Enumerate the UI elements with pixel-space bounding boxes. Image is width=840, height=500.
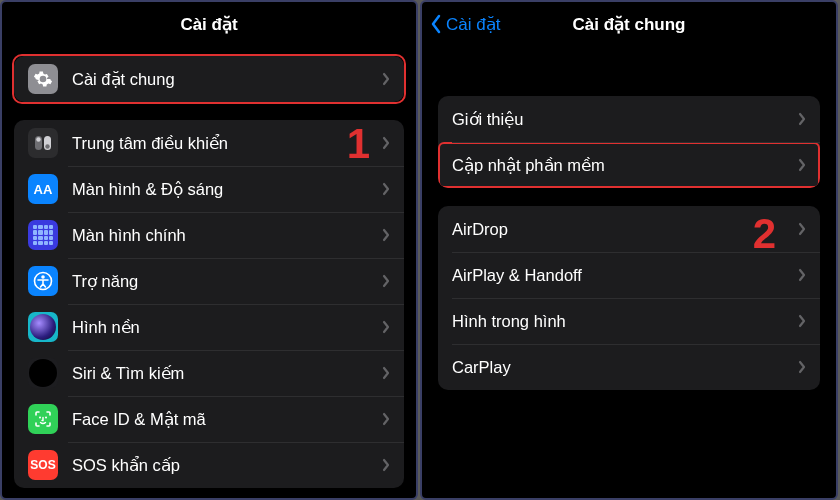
row-wallpaper[interactable]: Hình nền bbox=[14, 304, 404, 350]
access-icon bbox=[28, 266, 58, 296]
row-carplay[interactable]: CarPlay bbox=[438, 344, 820, 390]
chevron-right-icon bbox=[798, 314, 806, 328]
settings-list: Cài đặt chungTrung tâm điều khiểnAAMàn h… bbox=[2, 46, 416, 498]
settings-screen: Cài đặt Cài đặt chungTrung tâm điều khiể… bbox=[0, 0, 418, 500]
chevron-right-icon bbox=[382, 228, 390, 242]
chevron-left-icon bbox=[430, 14, 442, 34]
row-display[interactable]: AAMàn hình & Độ sáng bbox=[14, 166, 404, 212]
row-general[interactable]: Cài đặt chung bbox=[14, 56, 404, 102]
svg-point-3 bbox=[45, 144, 49, 148]
display-icon: AA bbox=[28, 174, 58, 204]
chevron-right-icon bbox=[798, 268, 806, 282]
home-icon bbox=[28, 220, 58, 250]
row-siri[interactable]: Siri & Tìm kiếm bbox=[14, 350, 404, 396]
row-label: Hình trong hình bbox=[452, 312, 798, 331]
row-label: AirPlay & Handoff bbox=[452, 266, 798, 285]
row-label: Màn hình chính bbox=[72, 226, 382, 245]
chevron-right-icon bbox=[382, 182, 390, 196]
row-label: Giới thiệu bbox=[452, 110, 798, 129]
row-label: Màn hình & Độ sáng bbox=[72, 180, 382, 199]
row-airplay[interactable]: AirPlay & Handoff bbox=[438, 252, 820, 298]
svg-point-7 bbox=[45, 417, 47, 419]
chevron-right-icon bbox=[382, 320, 390, 334]
row-pip[interactable]: Hình trong hình bbox=[438, 298, 820, 344]
chevron-right-icon bbox=[382, 274, 390, 288]
chevron-right-icon bbox=[798, 112, 806, 126]
general-group: AirDropAirPlay & HandoffHình trong hìnhC… bbox=[438, 206, 820, 390]
control-icon bbox=[28, 128, 58, 158]
row-about[interactable]: Giới thiệu bbox=[438, 96, 820, 142]
back-label: Cài đặt bbox=[446, 14, 500, 35]
general-group: Giới thiệuCập nhật phần mềm bbox=[438, 96, 820, 188]
row-label: Siri & Tìm kiếm bbox=[72, 364, 382, 383]
row-label: Hình nền bbox=[72, 318, 382, 337]
row-airdrop[interactable]: AirDrop bbox=[438, 206, 820, 252]
face-icon bbox=[28, 404, 58, 434]
sos-icon: SOS bbox=[28, 450, 58, 480]
page-title: Cài đặt chung bbox=[573, 14, 686, 35]
page-title: Cài đặt bbox=[180, 14, 237, 35]
row-home-screen[interactable]: Màn hình chính bbox=[14, 212, 404, 258]
chevron-right-icon bbox=[798, 360, 806, 374]
row-label: CarPlay bbox=[452, 358, 798, 377]
chevron-right-icon bbox=[798, 158, 806, 172]
wall-icon bbox=[28, 312, 58, 342]
general-icon bbox=[28, 64, 58, 94]
row-sos[interactable]: SOSSOS khẩn cấp bbox=[14, 442, 404, 488]
row-label: Face ID & Mật mã bbox=[72, 410, 382, 429]
highlight-box: Cài đặt chung bbox=[12, 54, 406, 104]
row-control-center[interactable]: Trung tâm điều khiển bbox=[14, 120, 404, 166]
chevron-right-icon bbox=[382, 412, 390, 426]
row-label: Cập nhật phần mềm bbox=[452, 156, 798, 175]
header: Cài đặt bbox=[2, 2, 416, 46]
chevron-right-icon bbox=[382, 72, 390, 86]
back-button[interactable]: Cài đặt bbox=[430, 2, 500, 46]
settings-group: Trung tâm điều khiểnAAMàn hình & Độ sáng… bbox=[14, 120, 404, 488]
row-faceid[interactable]: Face ID & Mật mã bbox=[14, 396, 404, 442]
svg-point-5 bbox=[41, 275, 45, 279]
chevron-right-icon bbox=[382, 136, 390, 150]
header: Cài đặt Cài đặt chung bbox=[422, 2, 836, 46]
svg-point-6 bbox=[39, 417, 41, 419]
row-label: AirDrop bbox=[452, 220, 798, 239]
chevron-right-icon bbox=[798, 222, 806, 236]
general-screen: Cài đặt Cài đặt chung Giới thiệuCập nhật… bbox=[420, 0, 838, 500]
row-software-update[interactable]: Cập nhật phần mềm bbox=[438, 142, 820, 188]
row-accessibility[interactable]: Trợ năng bbox=[14, 258, 404, 304]
row-label: Trung tâm điều khiển bbox=[72, 134, 382, 153]
svg-point-1 bbox=[36, 137, 40, 141]
row-label: Cài đặt chung bbox=[72, 70, 382, 89]
siri-icon bbox=[28, 358, 58, 388]
general-list: Giới thiệuCập nhật phần mềmAirDropAirPla… bbox=[422, 46, 836, 498]
chevron-right-icon bbox=[382, 366, 390, 380]
row-label: Trợ năng bbox=[72, 272, 382, 291]
chevron-right-icon bbox=[382, 458, 390, 472]
row-label: SOS khẩn cấp bbox=[72, 456, 382, 475]
